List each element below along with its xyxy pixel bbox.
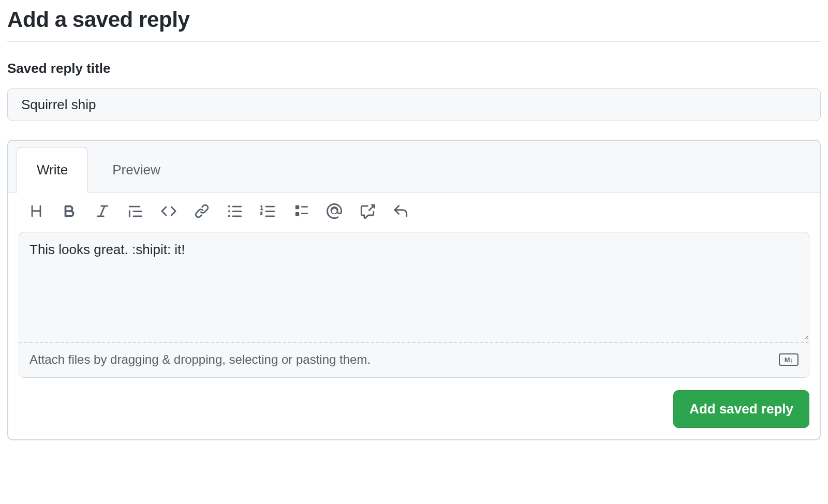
body-box: Attach files by dragging & dropping, sel… xyxy=(19,232,809,378)
reply-icon[interactable] xyxy=(392,203,409,219)
quote-icon[interactable] xyxy=(127,203,144,219)
italic-icon[interactable] xyxy=(94,203,111,219)
bold-icon[interactable] xyxy=(61,203,78,219)
write-tab[interactable]: Write xyxy=(17,147,88,192)
page-title: Add a saved reply xyxy=(7,7,821,32)
ordered-list-icon[interactable] xyxy=(260,203,276,219)
code-icon[interactable] xyxy=(160,203,177,219)
editor-box: Write Preview xyxy=(7,140,821,440)
divider xyxy=(7,41,821,42)
form-actions: Add saved reply xyxy=(8,378,820,439)
mention-icon[interactable] xyxy=(326,203,343,219)
tab-strip: Write Preview xyxy=(8,141,820,192)
cross-reference-icon[interactable] xyxy=(359,203,376,219)
markdown-toolbar xyxy=(8,192,820,232)
title-input[interactable] xyxy=(7,88,821,121)
link-icon[interactable] xyxy=(194,203,210,219)
body-input[interactable] xyxy=(19,232,809,340)
task-list-icon[interactable] xyxy=(293,203,309,219)
attach-hint[interactable]: Attach files by dragging & dropping, sel… xyxy=(19,342,809,377)
heading-icon[interactable] xyxy=(28,203,45,219)
markdown-icon[interactable]: M↓ xyxy=(779,353,799,366)
preview-tab[interactable]: Preview xyxy=(92,147,180,192)
submit-button[interactable]: Add saved reply xyxy=(673,390,809,428)
unordered-list-icon[interactable] xyxy=(227,203,243,219)
attach-hint-text: Attach files by dragging & dropping, sel… xyxy=(29,352,371,367)
title-label: Saved reply title xyxy=(7,61,821,77)
